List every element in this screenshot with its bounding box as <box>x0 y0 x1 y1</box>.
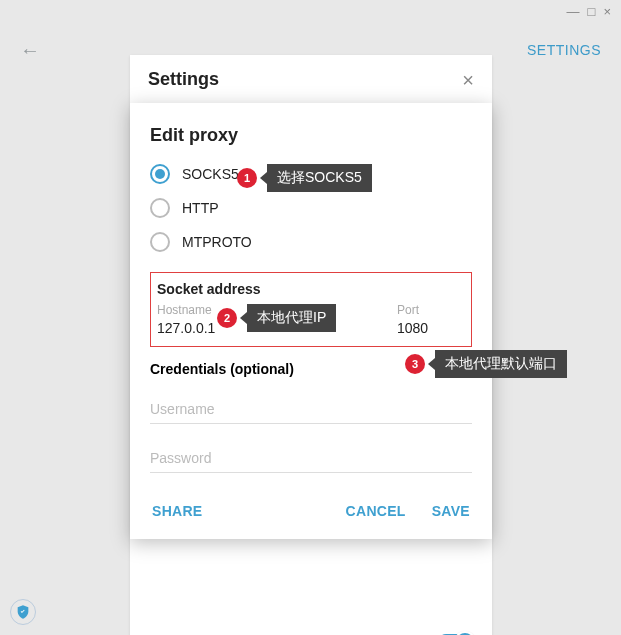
share-button[interactable]: SHARE <box>150 497 205 525</box>
annotation-arrow-icon <box>260 172 267 184</box>
section-title: Socket address <box>157 281 465 297</box>
annotation-number: 1 <box>237 168 257 188</box>
port-label: Port <box>397 303 465 317</box>
port-value: 1080 <box>397 320 465 336</box>
radio-icon <box>150 164 170 184</box>
port-field[interactable]: Port 1080 <box>397 303 465 336</box>
annotation-2: 2 本地代理IP <box>217 304 336 332</box>
shield-check-icon <box>15 604 31 620</box>
annotation-3: 3 本地代理默认端口 <box>405 350 567 378</box>
close-icon[interactable]: × <box>462 70 474 90</box>
radio-http[interactable]: HTTP <box>150 198 472 218</box>
annotation-arrow-icon <box>428 358 435 370</box>
radio-mtproto[interactable]: MTPROTO <box>150 232 472 252</box>
radio-icon <box>150 232 170 252</box>
save-button[interactable]: SAVE <box>430 497 472 525</box>
annotation-number: 2 <box>217 308 237 328</box>
radio-label: SOCKS5 <box>182 166 239 182</box>
shield-badge[interactable] <box>10 599 36 625</box>
radio-label: MTPROTO <box>182 234 252 250</box>
settings-title: Settings <box>148 69 219 90</box>
cancel-button[interactable]: CANCEL <box>344 497 408 525</box>
password-input[interactable] <box>150 444 472 473</box>
username-input[interactable] <box>150 395 472 424</box>
radio-label: HTTP <box>182 200 219 216</box>
modal-actions: SHARE CANCEL SAVE <box>150 497 472 525</box>
annotation-tip: 本地代理IP <box>247 304 336 332</box>
modal-title: Edit proxy <box>150 125 472 146</box>
annotation-arrow-icon <box>240 312 247 324</box>
annotation-1: 1 选择SOCKS5 <box>237 164 372 192</box>
radio-icon <box>150 198 170 218</box>
annotation-tip: 选择SOCKS5 <box>267 164 372 192</box>
annotation-tip: 本地代理默认端口 <box>435 350 567 378</box>
scale-row[interactable]: Default interface scale <box>140 624 482 635</box>
annotation-number: 3 <box>405 354 425 374</box>
